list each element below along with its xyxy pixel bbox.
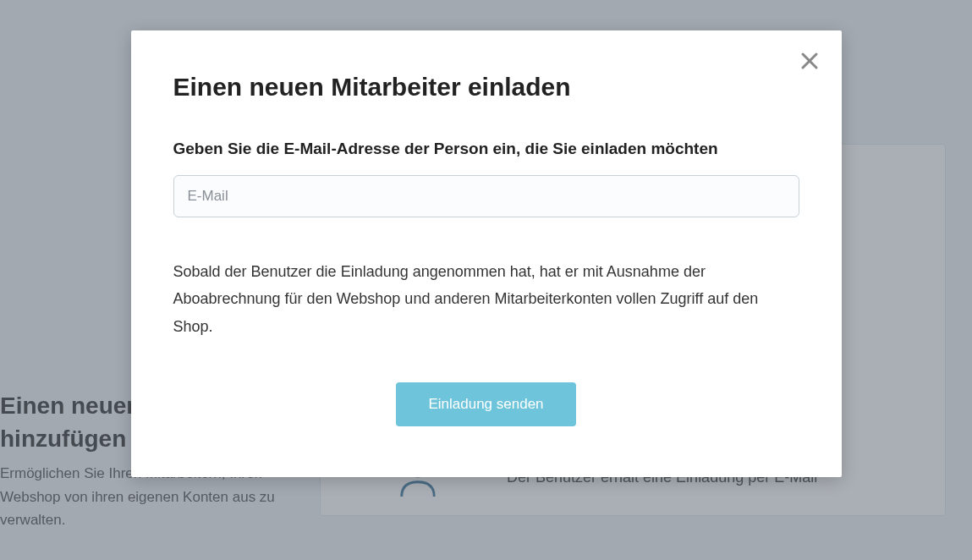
modal-overlay[interactable]: Einen neuen Mitarbeiter einladen Geben S…	[0, 0, 972, 560]
modal-subtitle: Geben Sie die E-Mail-Adresse der Person …	[173, 140, 799, 158]
close-button[interactable]	[796, 47, 823, 74]
email-input[interactable]	[173, 175, 799, 217]
send-invitation-button[interactable]: Einladung senden	[396, 382, 575, 426]
modal-info-text: Sobald der Benutzer die Einladung angeno…	[173, 258, 799, 340]
modal-title: Einen neuen Mitarbeiter einladen	[173, 73, 799, 102]
modal-actions: Einladung senden	[173, 382, 799, 426]
invite-employee-modal: Einen neuen Mitarbeiter einladen Geben S…	[131, 30, 842, 477]
close-icon	[800, 52, 819, 70]
